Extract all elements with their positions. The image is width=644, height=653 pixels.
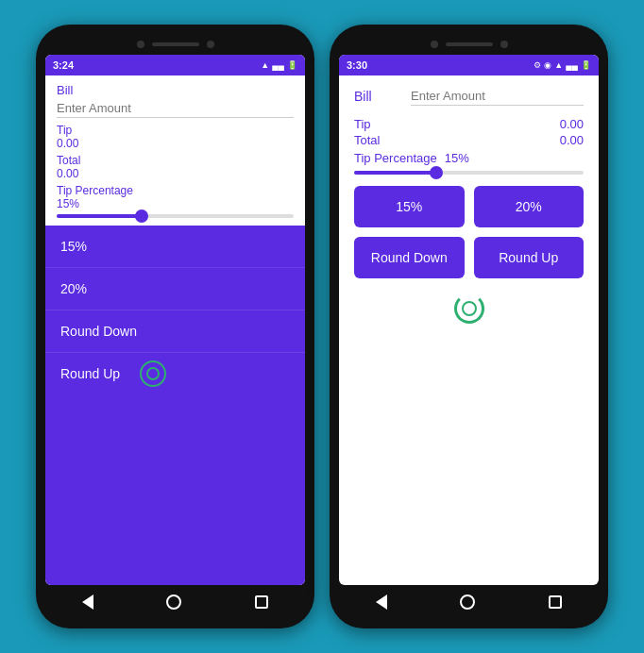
right-gear-icon: ⚙ <box>534 60 541 70</box>
left-screen: 3:24 ▲ ▄▄ 🔋 Bill Tip 0.00 Total 0.00 Tip… <box>45 55 305 585</box>
right-btn-round-down[interactable]: Round Down <box>354 237 465 278</box>
right-spinner-inner <box>462 301 477 316</box>
left-tip-pct-value: 15% <box>57 197 294 210</box>
right-tip-label: Tip <box>354 117 552 131</box>
right-speaker <box>446 42 493 46</box>
left-app-area: Bill Tip 0.00 Total 0.00 Tip Percentage … <box>45 75 305 226</box>
right-battery-icon: 🔋 <box>581 60 591 70</box>
left-tip-pct-label: Tip Percentage <box>57 184 294 197</box>
left-recents-btn[interactable] <box>255 595 268 609</box>
right-status-icons: ⚙ ◉ ▲ ▄▄ 🔋 <box>534 60 591 70</box>
right-bottom-bar <box>339 585 599 619</box>
right-btn-15[interactable]: 15% <box>354 186 465 227</box>
right-slider-container <box>354 171 584 175</box>
left-spinner-inner <box>146 367 160 380</box>
left-camera <box>137 41 144 48</box>
right-btn-round-up[interactable]: Round Up <box>474 237 585 278</box>
left-total-value: 0.00 <box>57 167 294 180</box>
left-dropdown-20[interactable]: 20% <box>45 268 305 310</box>
right-spinner <box>454 293 484 324</box>
right-screen: 3:30 ⚙ ◉ ▲ ▄▄ 🔋 Bill <box>339 55 599 585</box>
right-camera-2 <box>500 41 508 48</box>
signal-icon: ▄▄ <box>272 60 284 70</box>
battery-icon: 🔋 <box>287 60 297 70</box>
left-bottom-bar <box>45 585 305 619</box>
right-bill-label: Bill <box>354 89 392 104</box>
right-back-btn[interactable] <box>376 594 387 610</box>
left-total-label: Total <box>57 154 294 167</box>
right-bill-row: Bill <box>354 87 584 106</box>
left-phone-top <box>45 34 305 55</box>
right-total-label: Total <box>354 133 552 147</box>
phones-container: 3:24 ▲ ▄▄ 🔋 Bill Tip 0.00 Total 0.00 Tip… <box>36 25 608 628</box>
left-dropdown-round-up[interactable]: Round Up <box>45 353 305 394</box>
left-dropdown-15[interactable]: 15% <box>45 226 305 268</box>
left-slider-container <box>57 214 294 218</box>
wifi-icon: ▲ <box>261 60 269 70</box>
right-bill-input[interactable] <box>411 87 584 106</box>
right-time: 3:30 <box>347 59 367 71</box>
left-camera-2 <box>207 41 214 48</box>
left-app-content: Bill Tip 0.00 Total 0.00 Tip Percentage … <box>45 75 305 585</box>
left-time: 3:24 <box>53 59 74 71</box>
right-app-area: Bill Tip 0.00 Total 0.00 Tip Percentage … <box>339 75 599 335</box>
left-dropdown-menu: 15% 20% Round Down Round Up <box>45 226 305 585</box>
left-home-btn[interactable] <box>166 594 181 610</box>
left-bill-label: Bill <box>57 83 294 97</box>
left-slider-track[interactable] <box>57 214 294 218</box>
right-slider-fill <box>354 171 434 175</box>
right-spinner-container <box>354 293 584 324</box>
right-camera <box>431 41 438 48</box>
right-signal-icon: ▄▄ <box>566 60 578 70</box>
right-slider-thumb[interactable] <box>430 166 443 179</box>
right-recents-btn[interactable] <box>549 595 562 609</box>
left-tip-value: 0.00 <box>57 137 294 150</box>
left-status-icons: ▲ ▄▄ 🔋 <box>261 60 297 70</box>
right-phone: 3:30 ⚙ ◉ ▲ ▄▄ 🔋 Bill <box>330 25 608 628</box>
right-buttons-grid: 15% 20% Round Down Round Up <box>354 186 584 278</box>
right-tip-pct-row: Tip Percentage 15% <box>354 151 584 165</box>
left-spinner <box>140 360 166 387</box>
right-status-bar: 3:30 ⚙ ◉ ▲ ▄▄ 🔋 <box>339 55 599 75</box>
left-phone: 3:24 ▲ ▄▄ 🔋 Bill Tip 0.00 Total 0.00 Tip… <box>36 25 314 628</box>
right-tip-pct-value: 15% <box>445 151 469 165</box>
left-slider-fill <box>57 214 140 218</box>
right-phone-top <box>339 34 599 55</box>
right-field-grid: Tip 0.00 Total 0.00 <box>354 117 584 147</box>
left-spinner-overlay <box>140 360 166 387</box>
right-location-icon: ◉ <box>544 60 551 70</box>
left-back-btn[interactable] <box>82 594 93 610</box>
left-speaker <box>152 42 199 46</box>
left-slider-thumb[interactable] <box>135 209 148 223</box>
right-slider-track[interactable] <box>354 171 584 175</box>
left-status-bar: 3:24 ▲ ▄▄ 🔋 <box>45 55 305 75</box>
left-bill-input[interactable] <box>57 99 294 118</box>
right-btn-20[interactable]: 20% <box>474 186 585 227</box>
right-home-btn[interactable] <box>460 594 475 610</box>
left-dropdown-round-down[interactable]: Round Down <box>45 310 305 353</box>
right-app-content: Bill Tip 0.00 Total 0.00 Tip Percentage … <box>339 75 599 585</box>
left-tip-label: Tip <box>57 124 294 137</box>
right-wifi-icon: ▲ <box>554 60 563 70</box>
right-tip-value: 0.00 <box>560 117 584 131</box>
right-tip-pct-label: Tip Percentage <box>354 151 437 165</box>
right-total-value: 0.00 <box>560 133 584 147</box>
